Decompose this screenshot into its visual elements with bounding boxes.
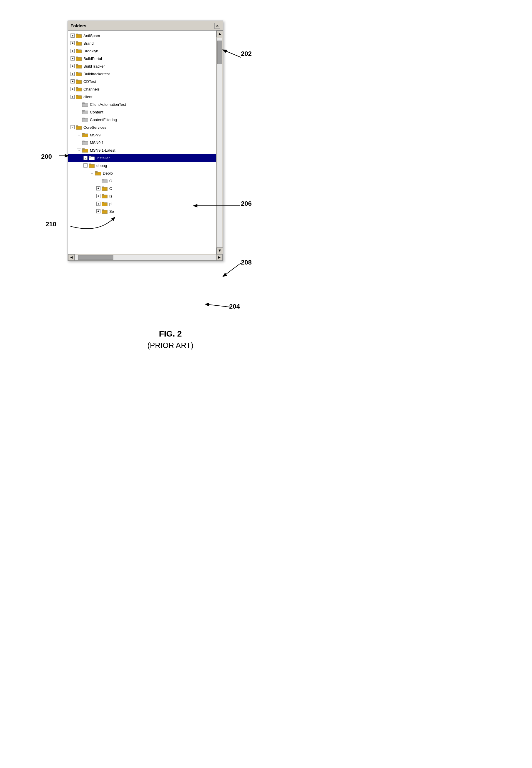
item-label-client: client [83,95,92,99]
expand-spacer-msn91 [77,140,81,145]
svg-rect-19 [82,103,85,104]
folder-icon-c1 [102,178,108,183]
scroll-down-button[interactable] [217,247,223,254]
folder-icon-is [102,194,108,198]
folder-icon-coreservices [76,125,82,130]
item-label-buildtrackertest: Buildtrackertest [83,72,110,76]
tree-item-clientautomationtest[interactable]: ClientAutomationTest [68,100,216,108]
expand-icon-antispam[interactable]: + [71,33,75,38]
item-label-deplo: Deplo [103,171,113,175]
scroll-up-button[interactable] [217,31,223,37]
tree-item-msn91latest[interactable]: - MSN9.1-Latest [68,146,216,154]
tree-item-se[interactable]: + Se [68,207,216,215]
expand-icon-c2[interactable]: + [96,186,100,190]
scroll-left-button[interactable] [68,254,75,261]
scroll-up-icon [218,32,221,35]
tree-item-buildtrackertest[interactable]: + Buildtrackertest [68,70,216,78]
expand-icon-installer[interactable]: - [83,156,88,160]
scroll-right-button[interactable] [216,254,223,261]
expand-icon-msn91latest[interactable]: - [77,148,81,152]
folder-icon-msn9 [82,132,88,137]
expand-icon-channels[interactable]: + [71,87,75,91]
scroll-track [217,38,222,247]
svg-rect-45 [102,202,104,203]
svg-rect-21 [82,110,85,111]
item-label-content: Content [90,110,103,114]
svg-rect-13 [76,80,78,81]
folder-icon-se [102,209,108,214]
tree-item-deplo[interactable]: - Deplo [68,169,216,177]
folder-icon-client [76,94,82,99]
svg-rect-43 [102,194,104,195]
folder-icon-antispam [76,33,82,38]
tree-item-c2[interactable]: + C [68,184,216,192]
expand-icon-se[interactable]: + [96,209,100,213]
item-label-clientautomationtest: ClientAutomationTest [90,102,126,107]
folder-icon-channels [76,87,82,91]
expand-icon-buildportal[interactable]: + [71,56,75,61]
expand-spacer-content [77,110,81,114]
scroll-thumb[interactable] [217,41,222,64]
expand-icon-client[interactable]: + [71,95,75,99]
folders-window: Folders × + AntiSpam+ Brand+ Brooklyn+ B… [68,21,223,261]
tree-item-c1[interactable]: C [68,177,216,184]
expand-icon-buildtrackertest[interactable]: + [71,72,75,76]
tree-item-is[interactable]: + Is [68,192,216,200]
expand-icon-coreservices[interactable]: - [71,125,75,129]
figure-label: FIG. 2 [126,329,214,338]
expand-icon-brooklyn[interactable]: + [71,49,75,53]
tree-item-cdtest[interactable]: + CDTest [68,78,216,85]
tree-item-debug[interactable]: - debug [68,162,216,169]
tree-item-antispam[interactable]: + AntiSpam [68,32,216,39]
svg-rect-37 [95,171,98,172]
tree-item-buildtracker[interactable]: + BuildTracker [68,62,216,70]
folder-icon-brand [76,41,82,46]
folder-icon-clientautomationtest [82,102,88,107]
scroll-right-icon [218,256,221,259]
annotation-210: 210 [46,220,56,228]
scroll-left-icon [70,256,73,259]
expand-icon-deplo[interactable]: - [90,171,94,175]
folder-icon-cdtest [76,79,82,84]
expand-icon-is[interactable]: + [96,194,100,198]
folder-icon-msn91 [82,140,88,145]
hscroll-thumb[interactable] [78,255,113,260]
tree-item-contentfiltering[interactable]: ContentFiltering [68,116,216,123]
tree-item-coreservices[interactable]: - CoreServices [68,123,216,131]
tree-item-buildportal[interactable]: + BuildPortal [68,55,216,62]
item-label-pi: pi [109,202,112,206]
tree-item-client[interactable]: + client [68,93,216,100]
tree-item-installer[interactable]: - Installer [68,154,216,162]
item-label-channels: Channels [83,87,100,91]
item-label-c2: C [109,186,112,191]
tree-item-msn91[interactable]: MSN9.1 [68,139,216,146]
folder-icon-buildtrackertest [76,71,82,76]
svg-rect-3 [76,41,78,43]
item-label-se: Se [109,209,114,214]
page-container: Folders × + AntiSpam+ Brand+ Brooklyn+ B… [0,12,532,768]
expand-icon-cdtest[interactable]: + [71,79,75,83]
tree-item-pi[interactable]: + pi [68,200,216,207]
expand-icon-brand[interactable]: + [71,41,75,45]
svg-marker-50 [70,256,73,259]
tree-item-brand[interactable]: + Brand [68,39,216,47]
tree-item-content[interactable]: Content [68,108,216,116]
close-button[interactable]: × [214,23,220,29]
svg-rect-35 [89,164,91,165]
tree-item-brooklyn[interactable]: + Brooklyn [68,47,216,55]
annotation-200: 200 [41,153,52,160]
expand-icon-msn9[interactable]: + [77,133,81,137]
expand-icon-buildtracker[interactable]: + [71,64,75,68]
tree-item-channels[interactable]: + Channels [68,85,216,93]
item-label-installer: Installer [96,156,110,160]
item-label-c1: C [109,179,112,183]
title-bar: Folders × [68,21,223,31]
scroll-down-icon [218,249,221,252]
svg-line-53 [206,304,231,307]
expand-icon-pi[interactable]: + [96,202,100,206]
item-label-msn9: MSN9 [90,133,100,137]
tree-item-msn9[interactable]: + MSN9 [68,131,216,139]
svg-rect-31 [82,148,85,150]
expand-icon-debug[interactable]: - [83,163,88,167]
item-label-is: Is [109,194,112,198]
